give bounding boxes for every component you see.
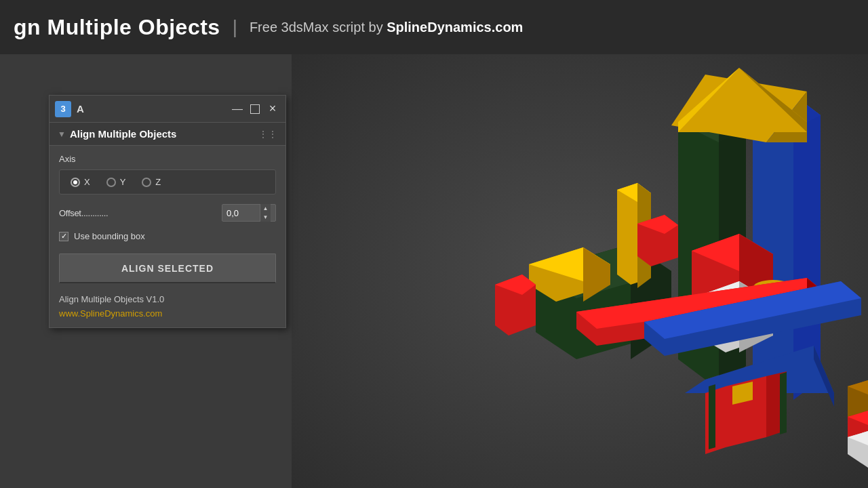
header-subtitle: Free 3dsMax script by SplineDynamics.com bbox=[250, 20, 523, 35]
maximize-button[interactable] bbox=[248, 102, 262, 117]
radio-z-circle bbox=[142, 178, 151, 187]
radio-y[interactable]: Y bbox=[106, 177, 126, 187]
svg-marker-42 bbox=[780, 372, 787, 434]
panel-header: ▼ Align Multiple Objects ⋮⋮ bbox=[50, 123, 285, 146]
version-text: Align Multiple Objects V1.0 bbox=[59, 294, 276, 304]
bounding-box-label: Use bounding box bbox=[74, 231, 145, 241]
subtitle-brand: SplineDynamics.com bbox=[387, 20, 523, 35]
bounding-box-checkbox[interactable]: ✓ bbox=[59, 232, 68, 241]
close-button[interactable]: × bbox=[265, 102, 280, 117]
scene-svg bbox=[292, 54, 868, 488]
radio-x-label: X bbox=[84, 177, 90, 187]
scene-area bbox=[292, 54, 868, 488]
maximize-icon bbox=[250, 104, 260, 114]
header-divider: | bbox=[233, 16, 237, 38]
offset-row: Offset............ ▲ ▼ bbox=[59, 204, 276, 222]
subtitle-prefix: Free 3dsMax script by bbox=[250, 20, 387, 35]
align-selected-button[interactable]: ALIGN SELECTED bbox=[59, 253, 276, 283]
bounding-box-row[interactable]: ✓ Use bounding box bbox=[59, 231, 276, 241]
offset-input-wrap: ▲ ▼ bbox=[222, 204, 276, 222]
radio-y-label: Y bbox=[120, 177, 126, 187]
offset-input[interactable] bbox=[222, 208, 260, 218]
axis-label: Axis bbox=[59, 154, 276, 164]
radio-x[interactable]: X bbox=[71, 177, 90, 187]
radio-x-circle bbox=[71, 178, 80, 187]
radio-z-label: Z bbox=[155, 177, 161, 187]
minimize-button[interactable]: — bbox=[230, 102, 245, 117]
spinner-buttons: ▲ ▼ bbox=[260, 204, 271, 222]
collapse-arrow-icon: ▼ bbox=[58, 129, 66, 139]
panel-menu-icon[interactable]: ⋮⋮ bbox=[258, 129, 277, 140]
dialog-panel: 3 A — × ▼ Align Multiple Objects ⋮⋮ Axis… bbox=[49, 95, 286, 328]
panel-title: Align Multiple Objects bbox=[70, 128, 258, 140]
website-link[interactable]: www.SplineDynamics.com bbox=[59, 308, 162, 319]
offset-label: Offset............ bbox=[59, 208, 222, 218]
dialog-icon-number: 3 bbox=[55, 101, 71, 117]
axis-group: X Y Z bbox=[59, 169, 276, 195]
checkbox-checkmark: ✓ bbox=[61, 232, 67, 240]
svg-marker-41 bbox=[709, 384, 715, 449]
spinner-up-button[interactable]: ▲ bbox=[260, 204, 271, 213]
radio-z[interactable]: Z bbox=[142, 177, 161, 187]
dialog-icon-letter: A bbox=[77, 103, 84, 115]
dialog-titlebar: 3 A — × bbox=[50, 96, 285, 123]
radio-y-circle bbox=[106, 178, 116, 187]
panel-body: Axis X Y Z Offset............ ▲ ▼ bbox=[50, 146, 285, 327]
header: gn Multiple Objects | Free 3dsMax script… bbox=[0, 0, 868, 54]
header-title: gn Multiple Objects bbox=[14, 15, 220, 40]
spinner-down-button[interactable]: ▼ bbox=[260, 213, 271, 222]
